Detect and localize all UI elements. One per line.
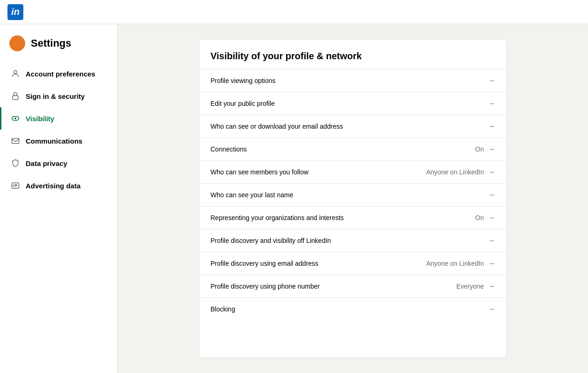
setting-row-profile-viewing[interactable]: Profile viewing options → <box>199 69 506 92</box>
sidebar-item-label: Sign in & security <box>26 92 85 100</box>
chevron-right-icon: → <box>488 283 495 290</box>
settings-card: Visibility of your profile & network Pro… <box>199 39 507 358</box>
sidebar: Settings Account preferences Sign in & s… <box>0 24 118 373</box>
setting-label: Blocking <box>210 305 235 313</box>
sidebar-item-label: Account preferences <box>26 70 95 78</box>
setting-right: → <box>488 77 495 84</box>
sidebar-item-label: Data privacy <box>26 159 67 167</box>
setting-right: → <box>488 123 495 130</box>
setting-right: Anyone on LinkedIn → <box>426 168 495 176</box>
setting-label: Profile discovery using phone number <box>210 283 320 290</box>
svg-point-3 <box>14 117 16 119</box>
setting-right: → <box>488 305 495 313</box>
setting-row-profile-discovery-phone[interactable]: Profile discovery using phone number Eve… <box>199 275 506 298</box>
lock-icon <box>11 91 20 101</box>
chevron-right-icon: → <box>488 77 495 84</box>
setting-row-profile-discovery-off[interactable]: Profile discovery and visibility off Lin… <box>199 229 506 252</box>
chevron-right-icon: → <box>488 260 495 267</box>
sidebar-item-label: Advertising data <box>26 182 81 190</box>
setting-label: Connections <box>210 145 247 153</box>
setting-row-email-address[interactable]: Who can see or download your email addre… <box>199 115 506 138</box>
sidebar-item-communications[interactable]: Communications <box>0 130 117 152</box>
setting-value: Anyone on LinkedIn <box>426 260 484 267</box>
chevron-right-icon: → <box>488 100 495 107</box>
sidebar-item-sign-in-security[interactable]: Sign in & security <box>0 85 117 107</box>
setting-value: Everyone <box>456 283 484 290</box>
setting-row-profile-discovery-email[interactable]: Profile discovery using email address An… <box>199 252 506 275</box>
person-icon <box>11 69 20 78</box>
setting-row-organizations[interactable]: Representing your organizations and inte… <box>199 207 506 229</box>
svg-rect-5 <box>12 183 19 188</box>
chevron-right-icon: → <box>488 191 495 199</box>
chevron-right-icon: → <box>488 145 495 153</box>
chevron-right-icon: → <box>488 123 495 130</box>
sidebar-item-account-preferences[interactable]: Account preferences <box>0 62 117 85</box>
setting-label: Who can see or download your email addre… <box>210 123 343 130</box>
setting-right: On → <box>475 214 495 221</box>
setting-label: Profile discovery and visibility off Lin… <box>210 237 331 244</box>
content-area: Visibility of your profile & network Pro… <box>118 24 588 373</box>
svg-rect-1 <box>13 96 18 99</box>
navbar: in <box>0 0 588 24</box>
chevron-right-icon: → <box>488 168 495 176</box>
sidebar-item-label: Visibility <box>26 115 54 123</box>
sidebar-item-label: Communications <box>26 137 83 145</box>
setting-value: On <box>475 214 484 221</box>
sidebar-item-visibility[interactable]: Visibility <box>0 107 117 130</box>
setting-label: Who can see members you follow <box>210 168 308 176</box>
setting-row-last-name[interactable]: Who can see your last name → <box>199 184 506 207</box>
chevron-right-icon: → <box>488 214 495 221</box>
svg-rect-4 <box>12 138 19 144</box>
settings-title: Settings <box>31 37 71 49</box>
setting-right: → <box>488 100 495 107</box>
setting-right: → <box>488 237 495 244</box>
setting-value: On <box>475 145 484 153</box>
avatar <box>9 35 25 51</box>
main-layout: Settings Account preferences Sign in & s… <box>0 24 588 373</box>
shield-icon <box>11 159 20 168</box>
setting-right: On → <box>475 145 495 153</box>
eye-icon <box>11 114 20 123</box>
setting-label: Who can see your last name <box>210 191 293 199</box>
sidebar-item-advertising-data[interactable]: Advertising data <box>0 174 117 197</box>
setting-right: Anyone on LinkedIn → <box>426 260 495 267</box>
card-title: Visibility of your profile & network <box>199 40 506 69</box>
setting-row-blocking[interactable]: Blocking → <box>199 298 506 320</box>
svg-point-0 <box>14 70 17 74</box>
setting-right: → <box>488 191 495 199</box>
setting-label: Profile viewing options <box>210 77 275 84</box>
setting-right: Everyone → <box>456 283 495 290</box>
setting-row-members-follow[interactable]: Who can see members you follow Anyone on… <box>199 161 506 184</box>
setting-label: Profile discovery using email address <box>210 260 318 267</box>
chevron-right-icon: → <box>488 237 495 244</box>
ad-icon <box>11 181 20 190</box>
linkedin-logo: in <box>7 4 23 20</box>
setting-label: Representing your organizations and inte… <box>210 214 344 221</box>
settings-header: Settings <box>0 35 117 62</box>
setting-row-edit-public-profile[interactable]: Edit your public profile → <box>199 92 506 115</box>
setting-label: Edit your public profile <box>210 100 275 107</box>
mail-icon <box>11 136 20 145</box>
chevron-right-icon: → <box>488 305 495 313</box>
sidebar-item-data-privacy[interactable]: Data privacy <box>0 152 117 174</box>
setting-value: Anyone on LinkedIn <box>426 168 484 176</box>
setting-row-connections[interactable]: Connections On → <box>199 138 506 161</box>
